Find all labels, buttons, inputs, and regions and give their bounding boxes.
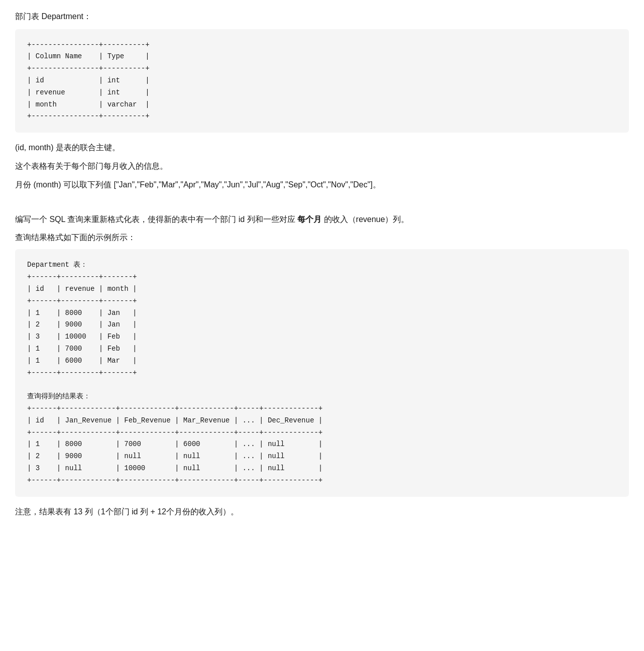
example-label: 查询结果格式如下面的示例所示：	[15, 233, 629, 243]
question-section: 编写一个 SQL 查询来重新格式化表，使得新的表中有一个部门 id 列和一些对应…	[15, 212, 629, 519]
schema-code-block: +----------------+----------+ | Column N…	[15, 29, 629, 133]
table-intro-heading: 部门表 Department：	[15, 10, 629, 23]
question-text-before: 编写一个 SQL 查询来重新格式化表，使得新的表中有一个部门 id 列和一些对应	[15, 215, 297, 224]
desc-2: 这个表格有关于每个部门每月收入的信息。	[15, 159, 629, 174]
table-intro-section: 部门表 Department： +----------------+------…	[15, 10, 629, 192]
question-text-after: 的收入（revenue）列。	[321, 215, 409, 224]
note-text: 注意，结果表有 13 列（1个部门 id 列 + 12个月份的收入列）。	[15, 505, 629, 519]
example-code-block: Department 表： +------+---------+-------+…	[15, 249, 629, 496]
question-bold: 每个月	[297, 215, 321, 224]
desc-3: 月份 (month) 可以取下列值 ["Jan","Feb","Mar","Ap…	[15, 178, 629, 192]
desc-1: (id, month) 是表的联合主键。	[15, 141, 629, 155]
question-label: 编写一个 SQL 查询来重新格式化表，使得新的表中有一个部门 id 列和一些对应…	[15, 212, 629, 227]
